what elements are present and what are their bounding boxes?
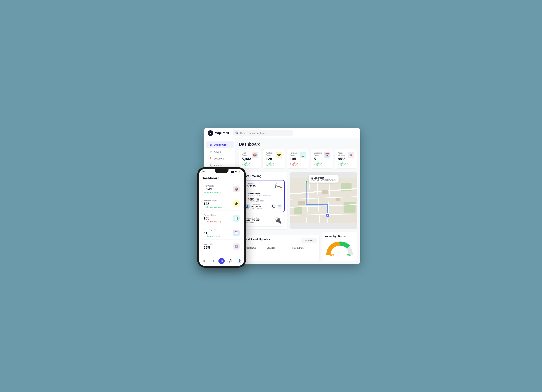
phone-stat-change-2: ↘ 4.3% from yesterday <box>204 221 221 223</box>
stat-value-0: 5,943 <box>242 157 252 161</box>
assets-icon: ⚙ <box>209 150 212 153</box>
chevron-down-icon: ▾ <box>314 239 314 242</box>
phone-stat-total-assets: Total Assets 5,943 ↗ 8.5% from yesterday… <box>201 183 242 196</box>
equip-number-label: Equipment number <box>244 217 260 219</box>
stat-card-available-assets: Available Assets 128 ↗ 1.3% from past we… <box>263 149 285 168</box>
page-title: Dashboard <box>239 142 357 147</box>
sidebar-item-assets[interactable]: ⚙ Aseets <box>206 148 234 155</box>
contact-icons: 📞 ✉️ <box>271 204 282 209</box>
assigned-label: Assigned to <box>251 204 262 205</box>
message-button[interactable]: ✉️ <box>277 204 282 209</box>
svg-text:▶: ▶ <box>327 214 328 216</box>
mobile-phone: 9:41 ▌▌▌ WiFi 🔋 Dashboard Total Assets <box>197 167 246 267</box>
phone-nav-share[interactable]: ⊕ <box>218 258 225 264</box>
sidebar-item-locations[interactable]: 📍 Locations <box>206 155 234 162</box>
stat-card-utilisation: Asset Utilisation 85% ↗ 1.8% from yester… <box>335 149 357 168</box>
equipment-card[interactable]: Equipment number EV-2017003323 Generator… <box>242 214 285 227</box>
phone-nav-user[interactable]: 👤 <box>237 258 243 264</box>
percent-23-label: 23% <box>347 254 351 256</box>
stat-label-3: Upcoming Tasks <box>314 152 324 156</box>
search-bar[interactable]: 🔍 <box>233 130 293 136</box>
stat-value-1: 128 <box>266 157 276 161</box>
stat-change-3: ↗ 1.8% from yesterday <box>314 162 324 166</box>
search-icon: 🔍 <box>235 131 239 135</box>
sidebar-item-label-service: Service <box>214 164 222 167</box>
stat-icon-1: 🎓 <box>276 152 282 158</box>
phone-stat-label-2: Pending Tasks <box>204 214 221 216</box>
desktop-header: M MapTrack 🔍 <box>204 128 360 138</box>
phone-stat-icon-3: 📅 <box>233 229 240 236</box>
svg-point-11 <box>305 181 307 183</box>
latest-updates-section: Latest Asset Updates This week ▾ Product… <box>239 235 320 261</box>
phone-bottom-nav: ⊞ ⊟ ⊕ 💬 👤 <box>199 256 244 266</box>
phone-stat-label-0: Total Assets <box>204 185 221 187</box>
assigned-role: Site Foreman <box>251 207 262 209</box>
app-name: MapTrack <box>215 131 229 135</box>
location-from-text: 62 Oak Street, <box>248 192 271 195</box>
svg-rect-14 <box>322 190 328 194</box>
equip-number: EV-2017003323 <box>244 219 260 222</box>
phone-stat-change-3: ↗ 1.8% from yesterday <box>204 235 221 237</box>
sidebar-item-dashboard[interactable]: ⊞ Dashboard <box>206 142 234 148</box>
stat-card-upcoming-tasks: Upcoming Tasks 51 ↗ 1.8% from yesterday … <box>311 149 333 168</box>
app-logo: M MapTrack <box>208 130 229 136</box>
svg-rect-2 <box>343 202 356 212</box>
status-icons: ▌▌▌ WiFi 🔋 <box>231 171 241 173</box>
stat-label-0: Total Assets <box>242 152 252 156</box>
phone-stat-pending-tasks: Pending Tasks 105 ↘ 4.3% from yesterday … <box>201 212 242 225</box>
phone-stat-change-1: ↗ 1.3% from past week <box>204 206 222 208</box>
assigned-name: Bob Jones <box>251 205 262 207</box>
phone-time: 9:41 <box>202 170 207 173</box>
phone-stat-label-1: Available Assets <box>204 199 222 201</box>
updates-title: Latest Asset Updates <box>242 238 270 241</box>
phone-stat-value-0: 5,943 <box>204 187 221 191</box>
stat-value-2: 105 <box>290 157 300 161</box>
percent-32-label: 32% <box>330 254 334 256</box>
phone-stat-value-2: 105 <box>204 216 221 220</box>
stat-icon-3: 📅 <box>324 152 330 158</box>
generator-icon: 🔌 <box>274 217 282 224</box>
phone-nav-cols[interactable]: ⊟ <box>209 258 216 264</box>
donut-chart: 32% 23% <box>325 240 354 258</box>
phone-stat-value-4: 85% <box>204 245 217 250</box>
main-content: Dashboard Total Assets 5,943 ↗ 8.5% from… <box>235 138 360 264</box>
asset-card-drill[interactable]: Asset number HD-9003 Drill 🔨 62 Oak Stre… <box>242 180 285 212</box>
stat-icon-2: 📋 <box>300 152 306 158</box>
sidebar-item-label-assets: Aseets <box>214 150 221 153</box>
stats-row: Total Assets 5,943 ↗ 8.5% from yesterday… <box>239 149 357 168</box>
location-from-sub: ACACIA PLATEAU NSW 2476 <box>248 195 271 196</box>
phone-stat-value-1: 128 <box>204 202 222 206</box>
asset-tracking-panel: Asset Tracking Asset number HD-9003 Dril… <box>239 172 287 229</box>
col-time-date: Time & Date <box>292 247 317 249</box>
stat-change-4: ↗ 1.8% from yesterday <box>338 162 348 166</box>
map-location-popup: 62 Oak Street, ACACIA PLATEAU NSW 2476 <box>309 175 339 183</box>
phone-stat-icon-2: 📋 <box>233 215 240 222</box>
equip-type: Generators <box>244 222 260 224</box>
asset-status-chart: Asset by Status 32% <box>322 232 357 261</box>
phone-stat-utilisation: Asset Utilisation 85% ⚙️ <box>201 241 242 252</box>
stat-value-3: 51 <box>314 157 324 161</box>
week-filter-button[interactable]: This week ▾ <box>301 238 317 243</box>
svg-rect-3 <box>294 207 302 214</box>
phone-stat-icon-0: 📦 <box>233 186 240 192</box>
stat-value-4: 85% <box>338 157 348 161</box>
location-from-row: 62 Oak Street, ACACIA PLATEAU NSW 2476 <box>244 192 282 196</box>
phone-nav-grid[interactable]: ⊞ <box>201 258 207 264</box>
phone-dashboard-title: Dashboard <box>201 176 242 180</box>
assigned-row: 👤 Assigned to Bob Jones Site Foreman 📞 <box>244 204 282 209</box>
stat-change-2: ↘ 4.3% from yesterday <box>290 162 300 166</box>
svg-rect-15 <box>336 198 340 201</box>
stat-label-1: Available Assets <box>266 152 276 156</box>
phone-stat-label-3: Upcoming Tasks <box>204 229 221 231</box>
asset-number: HD-9003 <box>244 185 255 188</box>
logo-icon: M <box>208 130 213 136</box>
asset-number-label: Asset number <box>244 183 255 185</box>
col-location: Location <box>267 247 292 249</box>
search-input[interactable] <box>240 132 290 134</box>
phone-call-button[interactable]: 📞 <box>271 204 276 209</box>
tracking-and-map: Asset Tracking Asset number HD-9003 Dril… <box>239 172 357 229</box>
location-to-row: 8502 Preston ARATULA QLD 4309 <box>244 198 282 202</box>
stat-icon-0: 📦 <box>252 152 258 158</box>
phone-stat-upcoming-tasks: Upcoming Tasks 51 ↗ 1.8% from yesterday … <box>201 226 242 239</box>
phone-nav-chat[interactable]: 💬 <box>228 258 234 264</box>
